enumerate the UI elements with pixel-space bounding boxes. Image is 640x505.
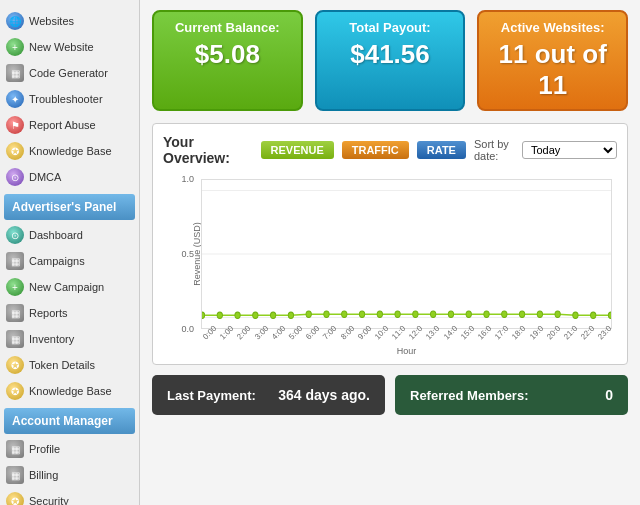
dmca-icon: ⊙ — [6, 168, 24, 186]
last-payment-label: Last Payment: — [167, 388, 256, 403]
sidebar-item-security[interactable]: ✪ Security — [0, 488, 139, 505]
main-content: Current Balance: $5.08 Total Payout: $41… — [140, 0, 640, 505]
sidebar-item-profile[interactable]: ▦ Profile — [0, 436, 139, 462]
sidebar-item-label: New Website — [29, 41, 94, 53]
sidebar-item-dmca[interactable]: ⊙ DMCA — [0, 164, 139, 190]
sidebar-item-label: Token Details — [29, 359, 95, 371]
svg-point-14 — [395, 311, 400, 317]
chart-y-labels: 1.0 0.5 0.0 — [163, 174, 198, 334]
token-icon: ✪ — [6, 356, 24, 374]
svg-point-6 — [253, 312, 258, 318]
svg-point-26 — [608, 312, 611, 318]
rate-button[interactable]: RATE — [417, 141, 466, 159]
sidebar-item-label: Knowledge Base — [29, 145, 112, 157]
svg-point-20 — [502, 311, 507, 317]
x-axis-label: Hour — [201, 346, 612, 356]
sidebar-item-label: New Campaign — [29, 281, 104, 293]
last-payment-value: 364 days ago. — [278, 387, 370, 403]
svg-point-17 — [448, 311, 453, 317]
chart-container: Revenue (USD) 1.0 0.5 0.0 — [163, 174, 617, 354]
svg-point-12 — [359, 311, 364, 317]
sidebar-item-inventory[interactable]: ▦ Inventory — [0, 326, 139, 352]
current-balance-label: Current Balance: — [164, 20, 291, 35]
trouble-icon: ✦ — [6, 90, 24, 108]
sidebar-item-label: Knowledge Base — [29, 385, 112, 397]
reports-icon: ▦ — [6, 304, 24, 322]
sidebar-item-report-abuse[interactable]: ⚑ Report Abuse — [0, 112, 139, 138]
globe-icon: 🌐 — [6, 12, 24, 30]
sidebar-item-label: Profile — [29, 443, 60, 455]
svg-point-10 — [324, 311, 329, 317]
chart-area — [201, 179, 612, 329]
chart-x-ticks: 0:00 1:00 2:00 3:00 4:00 5:00 6:00 7:00 … — [201, 335, 612, 344]
sidebar-item-label: Campaigns — [29, 255, 85, 267]
inventory-icon: ▦ — [6, 330, 24, 348]
last-payment-card: Last Payment: 364 days ago. — [152, 375, 385, 415]
sidebar-item-billing[interactable]: ▦ Billing — [0, 462, 139, 488]
overview-header: Your Overview: REVENUE TRAFFIC RATE Sort… — [163, 134, 617, 166]
sidebar-item-knowledge-base-pub[interactable]: ✪ Knowledge Base — [0, 138, 139, 164]
security-icon: ✪ — [6, 492, 24, 505]
active-websites-label: Active Websites: — [489, 20, 616, 35]
svg-point-8 — [288, 312, 293, 318]
sidebar-item-campaigns[interactable]: ▦ Campaigns — [0, 248, 139, 274]
svg-point-24 — [573, 312, 578, 318]
stats-row: Current Balance: $5.08 Total Payout: $41… — [152, 10, 628, 111]
svg-point-5 — [235, 312, 240, 318]
active-websites-value: 11 out of 11 — [489, 39, 616, 101]
sidebar-item-label: Troubleshooter — [29, 93, 103, 105]
sidebar-item-label: Inventory — [29, 333, 74, 345]
overview-title: Your Overview: — [163, 134, 253, 166]
new-campaign-icon: + — [6, 278, 24, 296]
sidebar-item-label: Dashboard — [29, 229, 83, 241]
y-tick-bottom: 0.0 — [181, 324, 194, 334]
sidebar-item-label: DMCA — [29, 171, 61, 183]
knowledge-icon: ✪ — [6, 142, 24, 160]
referred-members-value: 0 — [605, 387, 613, 403]
dashboard-icon: ⊙ — [6, 226, 24, 244]
plus-icon: + — [6, 38, 24, 56]
svg-point-21 — [519, 311, 524, 317]
chart-svg — [202, 180, 611, 328]
total-payout-value: $41.56 — [327, 39, 454, 70]
billing-icon: ▦ — [6, 466, 24, 484]
sidebar-item-code-generator[interactable]: ▦ Code Generator — [0, 60, 139, 86]
advertiser-panel-header: Advertiser's Panel — [4, 194, 135, 220]
sort-by-select[interactable]: Today Yesterday Last 7 Days Last 30 Days — [522, 141, 617, 159]
sidebar-item-knowledge-base-adv[interactable]: ✪ Knowledge Base — [0, 378, 139, 404]
sort-by-control: Sort by date: Today Yesterday Last 7 Day… — [474, 138, 617, 162]
code-icon: ▦ — [6, 64, 24, 82]
sidebar-item-new-campaign[interactable]: + New Campaign — [0, 274, 139, 300]
revenue-button[interactable]: REVENUE — [261, 141, 334, 159]
sidebar-item-label: Security — [29, 495, 69, 505]
overview-section: Your Overview: REVENUE TRAFFIC RATE Sort… — [152, 123, 628, 365]
svg-point-23 — [555, 311, 560, 317]
total-payout-card: Total Payout: $41.56 — [315, 10, 466, 111]
sidebar-item-label: Code Generator — [29, 67, 108, 79]
knowledge-adv-icon: ✪ — [6, 382, 24, 400]
svg-point-7 — [270, 312, 275, 318]
svg-point-13 — [377, 311, 382, 317]
sidebar-item-dashboard[interactable]: ⊙ Dashboard — [0, 222, 139, 248]
svg-point-19 — [484, 311, 489, 317]
sidebar-item-websites[interactable]: 🌐 Websites — [0, 8, 139, 34]
referred-members-card: Referred Members: 0 — [395, 375, 628, 415]
sidebar-item-label: Websites — [29, 15, 74, 27]
svg-point-4 — [217, 312, 222, 318]
sidebar-item-new-website[interactable]: + New Website — [0, 34, 139, 60]
sidebar-item-label: Reports — [29, 307, 68, 319]
current-balance-value: $5.08 — [164, 39, 291, 70]
traffic-button[interactable]: TRAFFIC — [342, 141, 409, 159]
sidebar-item-token-details[interactable]: ✪ Token Details — [0, 352, 139, 378]
svg-point-11 — [342, 311, 347, 317]
active-websites-card: Active Websites: 11 out of 11 — [477, 10, 628, 111]
svg-point-22 — [537, 311, 542, 317]
sidebar-item-troubleshooter[interactable]: ✦ Troubleshooter — [0, 86, 139, 112]
svg-point-9 — [306, 311, 311, 317]
svg-point-18 — [466, 311, 471, 317]
account-manager-header: Account Manager — [4, 408, 135, 434]
svg-point-25 — [591, 312, 596, 318]
sort-by-label: Sort by date: — [474, 138, 517, 162]
profile-icon: ▦ — [6, 440, 24, 458]
sidebar-item-reports[interactable]: ▦ Reports — [0, 300, 139, 326]
